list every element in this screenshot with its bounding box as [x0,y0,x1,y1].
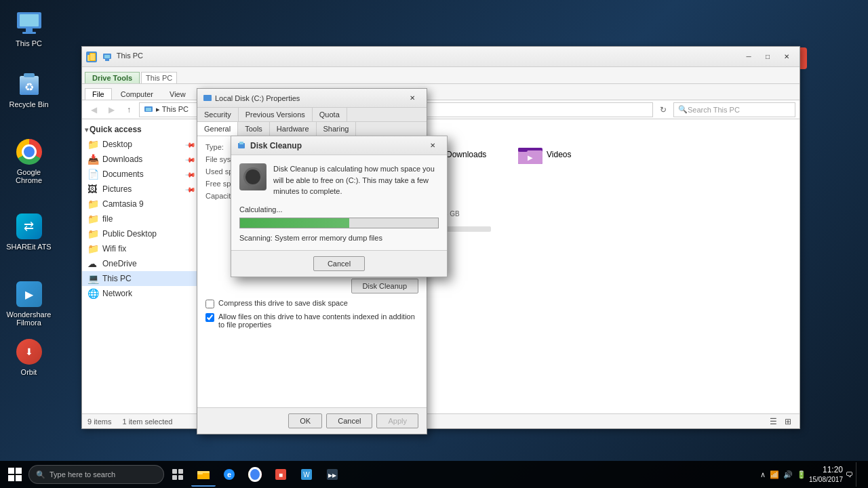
compress-checkbox[interactable] [205,300,214,308]
downloads-folder-icon: 📥 [87,154,100,165]
svg-rect-50 [197,471,203,474]
svg-text:■: ■ [279,471,283,479]
svg-rect-46 [172,475,177,480]
taskbar-task-view[interactable] [165,462,190,487]
sidebar-item-pictures[interactable]: 🖼 Pictures 📌 [82,182,200,197]
props-ok-button[interactable]: OK [288,413,322,428]
svg-rect-15 [105,59,109,61]
compress-checkbox-row: Compress this drive to save disk space [205,299,418,308]
svg-text:e: e [227,470,231,479]
view-details-button[interactable]: ☰ [767,415,779,428]
tray-network-icon: 📶 [770,470,779,479]
sidebar-label: Pictures [102,184,132,194]
view-tiles-button[interactable]: ⊞ [782,415,794,428]
disk-cleanup-button[interactable]: Disk Cleanup [351,279,418,293]
show-desktop-button[interactable] [856,462,860,487]
tab-computer[interactable]: Computer [113,88,161,100]
tab-file[interactable]: File [85,88,112,100]
sidebar-label: Public Desktop [102,229,157,239]
desktop-icon-chrome[interactable]: GoogleChrome [3,136,54,187]
up-button[interactable]: ↑ [121,102,136,117]
tray-arrow[interactable]: ∧ [760,470,766,479]
desktop-icon-this-pc[interactable]: This PC [3,7,54,50]
index-checkbox-row: Allow files on this drive to have conten… [205,312,418,329]
cleanup-hdd-icon [239,163,267,190]
svg-rect-43 [239,142,243,144]
folder-videos[interactable]: ▶ Videos [513,141,608,168]
system-clock[interactable]: 11:20 15/08/2017 [809,465,843,485]
props-tab-quota[interactable]: Quota [313,108,347,121]
back-button[interactable]: ◀ [86,102,101,117]
cleanup-button-row: Cancel [231,250,447,277]
properties-close-button[interactable]: ✕ [403,92,421,104]
taskbar-search[interactable]: 🔍 Type here to search [28,465,164,484]
orbit-icon: ⬇ [16,338,43,365]
search-placeholder: Search This PC [688,106,740,114]
pin-icon: 📌 [185,139,196,150]
taskbar-search-placeholder: Type here to search [50,470,115,479]
props-apply-button[interactable]: Apply [376,413,418,428]
sidebar-item-network[interactable]: 🌐 Network [82,286,200,301]
sidebar-item-file[interactable]: 📁 file [82,211,200,226]
props-cancel-button[interactable]: Cancel [326,413,372,428]
desktop-icon-recycle-bin[interactable]: ♻ Recycle Bin [3,68,54,111]
desktop-icon-shareit[interactable]: ⇄ SHAREit ATS [3,210,54,253]
close-button[interactable]: ✕ [778,51,795,63]
sidebar-item-camtasia[interactable]: 📁 Camtasia 9 [82,197,200,211]
minimize-button[interactable]: ─ [740,51,757,63]
properties-tabs: Security Previous Versions Quota [197,108,427,122]
cleanup-cancel-button[interactable]: Cancel [313,256,365,271]
properties-title-bar: Local Disk (C:) Properties ✕ [197,89,427,108]
desktop-icon-label: Orbit [21,368,37,376]
taskbar-file-explorer[interactable] [191,462,216,487]
monitor-icon [16,9,43,37]
forward-button[interactable]: ▶ [104,102,119,117]
view-controls: ☰ ⊞ [767,415,794,428]
hdd-inner [243,167,262,186]
svg-text:▶▶: ▶▶ [328,472,337,479]
notification-icon[interactable]: 🗨 [846,470,853,479]
sidebar-item-wifi-fix[interactable]: 📁 Wifi fix [82,241,200,256]
sidebar-item-public-desktop[interactable]: 📁 Public Desktop [82,226,200,241]
taskbar-dark-app[interactable]: ▶▶ [320,462,344,487]
props-tab-previous[interactable]: Previous Versions [239,108,313,121]
taskbar-chrome[interactable] [243,462,267,487]
sidebar-item-documents[interactable]: 📄 Documents 📌 [82,167,200,182]
props-tab-general[interactable]: General [197,122,238,136]
props-tab-tools[interactable]: Tools [238,122,270,136]
breadcrumb-text: ▸ This PC [156,105,189,114]
index-checkbox[interactable] [205,313,214,322]
taskbar-blue-app[interactable]: W [294,462,319,487]
sidebar-item-this-pc[interactable]: 💻 This PC [82,271,200,286]
taskbar-red-app[interactable]: ■ [269,462,293,487]
sidebar-quick-access-label: Quick access [90,125,142,134]
sidebar: Quick access 📁 Desktop 📌 📥 Downloads 📌 📄… [82,119,201,413]
pin-icon: 📌 [185,154,196,165]
start-button[interactable] [3,462,27,487]
sidebar-item-desktop[interactable]: 📁 Desktop 📌 [82,137,200,152]
props-tab-sharing[interactable]: Sharing [317,122,357,136]
svg-rect-6 [24,73,35,77]
tray-battery-icon: 🔋 [797,470,806,479]
props-tab-security[interactable]: Security [197,108,239,121]
folder-label: Videos [547,150,571,159]
sidebar-section-quick-access[interactable]: Quick access [82,122,200,137]
desktop-icon-label: WondershareFilmora [7,310,52,327]
desktop-icon-label: Recycle Bin [9,100,48,108]
desktop-icon-orbit[interactable]: ⬇ Orbit [3,336,54,379]
props-tab-hardware[interactable]: Hardware [270,122,317,136]
desktop-icon-wondershare[interactable]: ▶ WondershareFilmora [3,278,54,329]
cleanup-close-button[interactable]: ✕ [424,140,441,152]
properties-tabs-2: General Tools Hardware Sharing [197,122,427,136]
explorer-title-text: This PC [100,52,737,61]
maximize-button[interactable]: □ [759,51,776,63]
taskbar-edge[interactable]: e [217,462,241,487]
svg-rect-3 [22,32,36,34]
explorer-title-icon [86,52,97,62]
sidebar-item-downloads[interactable]: 📥 Downloads 📌 [82,152,200,167]
refresh-button[interactable]: ↻ [656,102,671,117]
sidebar-item-onedrive[interactable]: ☁ OneDrive [82,256,200,271]
tab-drive-tools[interactable]: Drive Tools [85,72,140,83]
search-box[interactable]: 🔍 Search This PC [673,102,795,117]
tab-view[interactable]: View [162,88,193,100]
